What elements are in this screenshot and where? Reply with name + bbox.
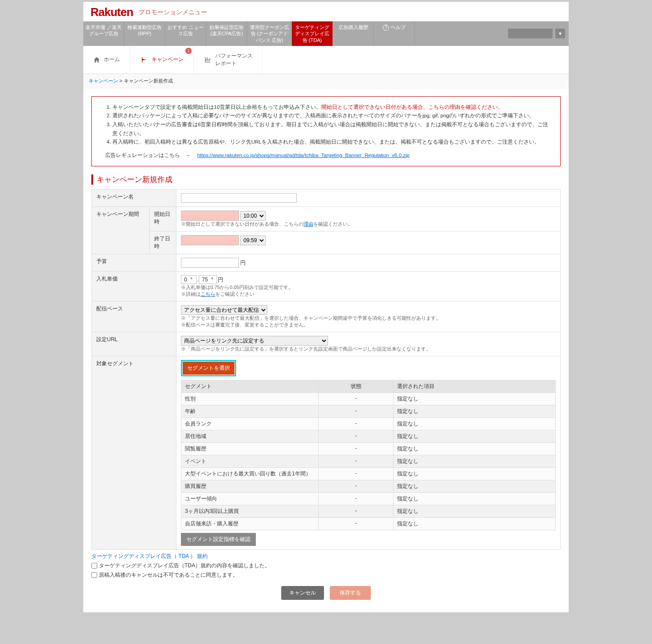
segment-select-highlight: セグメントを選択 bbox=[181, 360, 236, 376]
gnav-tda[interactable]: ターゲティング ディスプレイ広告 (TDA) bbox=[292, 21, 333, 46]
breadcrumb-campaign-link[interactable]: キャンペーン bbox=[89, 78, 118, 83]
chart-icon bbox=[204, 56, 212, 63]
label-campaign-name: キャンペーン名 bbox=[92, 190, 176, 207]
cancel-agree-checkbox[interactable] bbox=[91, 572, 97, 578]
campaign-badge: 2 bbox=[185, 48, 192, 54]
end-time-select[interactable]: 09:59 bbox=[240, 235, 266, 245]
sub-nav: ホーム キャンペーン 2 パフォーマンスレポート bbox=[83, 46, 569, 74]
top-header: Rakuten プロモーションメニュー bbox=[83, 2, 569, 21]
table-row: 大型イベントにおける最大買い回り数（過去1年間） - 指定なし bbox=[181, 468, 556, 480]
budget-input[interactable] bbox=[181, 258, 239, 268]
campaign-name-input[interactable] bbox=[181, 193, 297, 203]
gnav-rakuten-ad[interactable]: 楽天市場 ／楽天グループ広告 bbox=[83, 21, 124, 46]
bid-decimal-stepper[interactable]: 75▼ bbox=[199, 275, 217, 284]
section-title: キャンペーン新規作成 bbox=[91, 174, 561, 185]
segment-metrics-button[interactable]: セグメント設定指標を確認 bbox=[181, 533, 256, 546]
gnav-news-ad[interactable]: おすすめ ニュース広告 bbox=[165, 21, 206, 46]
campaign-form: キャンペーン名 キャンペーン期間 開始日時 10:00 ※開始日として選択できな… bbox=[91, 189, 561, 550]
bid-detail-link[interactable]: こちら bbox=[201, 291, 215, 297]
table-row: 居住地域 - 指定なし bbox=[181, 430, 556, 443]
terms-confirm-checkbox[interactable] bbox=[91, 563, 97, 569]
segment-select-button[interactable]: セグメントを選択 bbox=[183, 362, 234, 375]
end-date-input[interactable] bbox=[181, 235, 239, 245]
tda-terms-link[interactable]: ターゲティングディスプレイ広告（ TDA ） 規約 bbox=[91, 553, 208, 559]
global-nav: 楽天市場 ／楽天グループ広告 検索連動型広告 (RPP) おすすめ ニュース広告… bbox=[83, 21, 569, 46]
terms-confirm-row[interactable]: ターゲティングディスプレイ広告（TDA）規約の内容を確認しました。 bbox=[91, 562, 561, 570]
pace-select[interactable]: アクセス量に合わせて最大配信 bbox=[181, 305, 267, 315]
cancel-agree-row[interactable]: 原稿入稿後のキャンセルは不可であることに同意します。 bbox=[91, 571, 561, 579]
table-row: 会員ランク - 指定なし bbox=[181, 418, 556, 430]
table-row: ユーザー傾向 - 指定なし bbox=[181, 493, 556, 505]
gnav-cpa[interactable]: 効果保証型広告 (楽天CPA広告) bbox=[206, 21, 247, 46]
gnav-help[interactable]: ?ヘルプ bbox=[374, 21, 415, 46]
segment-table: セグメント 状態 選択された項目 性別 - 指定なし年齢 - 指定なし会員ランク bbox=[181, 380, 556, 530]
logo-subtitle: プロモーションメニュー bbox=[139, 8, 207, 17]
chevron-down-icon: ▼ bbox=[190, 277, 193, 283]
table-row: 自店舗来訪・購入履歴 - 指定なし bbox=[181, 518, 556, 530]
bid-integer-stepper[interactable]: 0▼ bbox=[181, 275, 197, 284]
table-row: イベント - 指定なし bbox=[181, 455, 556, 468]
save-button[interactable]: 保存する bbox=[330, 586, 371, 600]
flag-icon bbox=[140, 57, 148, 63]
gnav-coupon[interactable]: 運用型クーポン広告 (クーポンアドバンス 広告) bbox=[247, 21, 292, 46]
gnav-history[interactable]: 広告購入履歴 bbox=[333, 21, 374, 46]
start-reason-link[interactable]: 理由 bbox=[303, 221, 313, 227]
user-dropdown-chevron[interactable]: ▼ bbox=[555, 29, 565, 38]
table-row: 閲覧履歴 - 指定なし bbox=[181, 443, 556, 455]
user-account-box[interactable] bbox=[508, 29, 553, 38]
gnav-rpp[interactable]: 検索連動型広告 (RPP) bbox=[124, 21, 165, 46]
url-select[interactable]: 商品ページをリンク先に設定する bbox=[181, 336, 328, 346]
rakuten-logo: Rakuten bbox=[90, 5, 133, 19]
table-row: 年齢 - 指定なし bbox=[181, 405, 556, 418]
label-segment: 対象セグメント bbox=[92, 356, 176, 550]
table-row: 3ヶ月以内3回以上購買 - 指定なし bbox=[181, 505, 556, 518]
label-campaign-period: キャンペーン期間 bbox=[92, 207, 150, 254]
label-pace: 配信ペース bbox=[92, 301, 176, 332]
label-bid: 入札単価 bbox=[92, 272, 176, 301]
label-start-date: 開始日時 bbox=[150, 207, 176, 231]
subnav-home[interactable]: ホーム bbox=[83, 46, 130, 74]
cancel-button[interactable]: キャンセル bbox=[281, 586, 324, 600]
help-icon: ? bbox=[383, 25, 389, 31]
start-date-input[interactable] bbox=[181, 211, 239, 221]
subnav-campaign[interactable]: キャンペーン 2 bbox=[130, 46, 194, 74]
label-url: 設定URL bbox=[92, 332, 176, 356]
regulation-link[interactable]: https://www.rakuten.co.jp/shops/manual/a… bbox=[197, 153, 410, 158]
breadcrumb: キャンペーン > キャンペーン新規作成 bbox=[83, 74, 569, 88]
label-end-date: 終了日時 bbox=[150, 231, 176, 254]
table-row: 性別 - 指定なし bbox=[181, 393, 556, 405]
chevron-down-icon: ▼ bbox=[210, 277, 214, 283]
table-row: 購買履歴 - 指定なし bbox=[181, 480, 556, 493]
label-budget: 予算 bbox=[92, 254, 176, 272]
subnav-report[interactable]: パフォーマンスレポート bbox=[194, 46, 263, 74]
home-icon bbox=[93, 56, 100, 63]
notice-box: キャンペーンタブで設定する掲載開始日は10営業日以上余裕をもってお申込み下さい。… bbox=[91, 96, 561, 166]
breadcrumb-current: キャンペーン新規作成 bbox=[124, 78, 173, 83]
start-time-select[interactable]: 10:00 bbox=[240, 211, 266, 221]
